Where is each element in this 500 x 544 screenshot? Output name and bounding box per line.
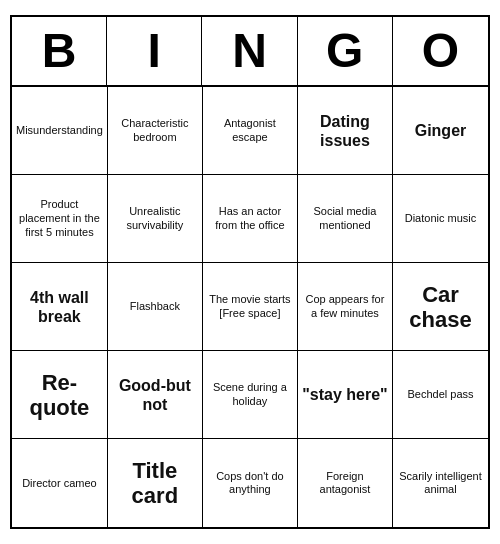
bingo-cell-text-3: Dating issues xyxy=(302,112,388,150)
bingo-cell-text-7: Has an actor from the office xyxy=(207,205,293,233)
bingo-cell-22[interactable]: Cops don't do anything xyxy=(203,439,298,527)
bingo-cell-20[interactable]: Director cameo xyxy=(12,439,108,527)
bingo-cell-text-18: "stay here" xyxy=(302,385,387,404)
bingo-cell-text-4: Ginger xyxy=(415,121,467,140)
bingo-cell-15[interactable]: Re-quote xyxy=(12,351,108,439)
bingo-cell-text-1: Characteristic bedroom xyxy=(112,117,198,145)
bingo-header: BINGO xyxy=(12,17,488,88)
bingo-cell-7[interactable]: Has an actor from the office xyxy=(203,175,298,263)
bingo-cell-3[interactable]: Dating issues xyxy=(298,87,393,175)
bingo-letter-o: O xyxy=(393,17,488,86)
bingo-cell-23[interactable]: Foreign antagonist xyxy=(298,439,393,527)
bingo-letter-g: G xyxy=(298,17,393,86)
bingo-cell-10[interactable]: 4th wall break xyxy=(12,263,108,351)
bingo-cell-2[interactable]: Antagonist escape xyxy=(203,87,298,175)
bingo-cell-text-17: Scene during a holiday xyxy=(207,381,293,409)
bingo-cell-text-23: Foreign antagonist xyxy=(302,470,388,498)
bingo-letter-i: I xyxy=(107,17,202,86)
bingo-cell-text-11: Flashback xyxy=(130,300,180,314)
bingo-cell-text-0: Misunderstanding xyxy=(16,124,103,138)
bingo-cell-13[interactable]: Cop appears for a few minutes xyxy=(298,263,393,351)
bingo-cell-16[interactable]: Good-but not xyxy=(108,351,203,439)
bingo-card: BINGO MisunderstandingCharacteristic bed… xyxy=(10,15,490,530)
bingo-cell-17[interactable]: Scene during a holiday xyxy=(203,351,298,439)
bingo-cell-12[interactable]: The movie starts [Free space] xyxy=(203,263,298,351)
bingo-cell-text-12: The movie starts [Free space] xyxy=(207,293,293,321)
bingo-cell-4[interactable]: Ginger xyxy=(393,87,488,175)
bingo-grid: MisunderstandingCharacteristic bedroomAn… xyxy=(12,87,488,527)
bingo-cell-text-6: Unrealistic survivability xyxy=(112,205,198,233)
bingo-letter-n: N xyxy=(202,17,297,86)
bingo-cell-text-10: 4th wall break xyxy=(16,288,103,326)
bingo-letter-b: B xyxy=(12,17,107,86)
bingo-cell-text-15: Re-quote xyxy=(16,370,103,421)
bingo-cell-text-13: Cop appears for a few minutes xyxy=(302,293,388,321)
bingo-cell-14[interactable]: Car chase xyxy=(393,263,488,351)
bingo-cell-8[interactable]: Social media mentioned xyxy=(298,175,393,263)
bingo-cell-0[interactable]: Misunderstanding xyxy=(12,87,108,175)
bingo-cell-18[interactable]: "stay here" xyxy=(298,351,393,439)
bingo-cell-text-5: Product placement in the first 5 minutes xyxy=(16,198,103,239)
bingo-cell-1[interactable]: Characteristic bedroom xyxy=(108,87,203,175)
bingo-cell-11[interactable]: Flashback xyxy=(108,263,203,351)
bingo-cell-24[interactable]: Scarily intelligent animal xyxy=(393,439,488,527)
bingo-cell-text-22: Cops don't do anything xyxy=(207,470,293,498)
bingo-cell-text-21: Title card xyxy=(112,458,198,509)
bingo-cell-text-24: Scarily intelligent animal xyxy=(397,470,484,498)
bingo-cell-text-19: Bechdel pass xyxy=(407,388,473,402)
bingo-cell-text-20: Director cameo xyxy=(22,477,97,491)
bingo-cell-text-9: Diatonic music xyxy=(405,212,477,226)
bingo-cell-6[interactable]: Unrealistic survivability xyxy=(108,175,203,263)
bingo-cell-21[interactable]: Title card xyxy=(108,439,203,527)
bingo-cell-text-16: Good-but not xyxy=(112,376,198,414)
bingo-cell-9[interactable]: Diatonic music xyxy=(393,175,488,263)
bingo-cell-text-14: Car chase xyxy=(397,282,484,333)
bingo-cell-text-2: Antagonist escape xyxy=(207,117,293,145)
bingo-cell-5[interactable]: Product placement in the first 5 minutes xyxy=(12,175,108,263)
bingo-cell-text-8: Social media mentioned xyxy=(302,205,388,233)
bingo-cell-19[interactable]: Bechdel pass xyxy=(393,351,488,439)
